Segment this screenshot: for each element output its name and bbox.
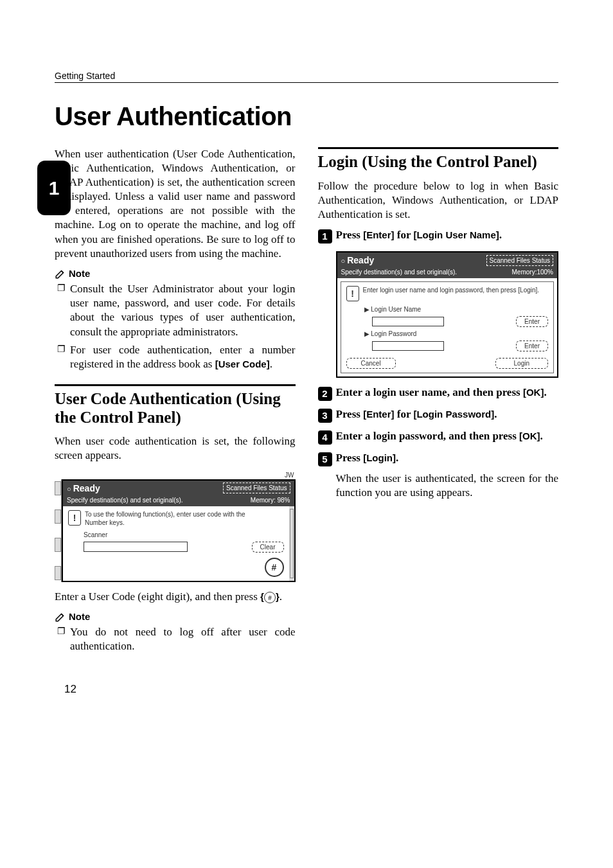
step-5-description: When the user is authenticated, the scre… [336,472,559,500]
note-label: Note [69,267,90,280]
tractor-feed-left [55,479,62,582]
note-heading: Note [55,267,296,280]
login-password-input[interactable] [372,341,444,351]
step-5: 5 Press [Login]. [318,451,559,466]
note-item: You do not need to log off after user co… [57,625,296,653]
pencil-icon [55,268,66,279]
info-icon: ! [68,510,81,526]
section-body: Follow the procedure below to log in whe… [318,179,559,222]
note-heading: Note [55,610,296,623]
enter-code-text: Enter a User Code (eight digit), and the… [55,590,296,604]
screen-header: ○ Ready Scanned Files Status [63,481,294,496]
step-number: 3 [318,409,332,423]
note-item: For user code authentication, enter a nu… [57,343,296,371]
clear-button[interactable]: Clear [252,542,284,553]
ready-text: Ready [73,483,100,493]
screen-header: ○ Ready Scanned Files Status [337,252,558,268]
scrollbar[interactable] [289,506,294,581]
ready-text: Ready [347,255,374,265]
scanned-files-status: Scanned Files Status [486,255,554,266]
step-number: 5 [318,452,332,466]
scanned-files-status: Scanned Files Status [223,483,290,493]
section-rule [55,384,296,386]
chapter-number: 1 [49,177,60,199]
enter-button[interactable]: Enter [516,341,548,351]
jw-label: JW [55,471,296,479]
chapter-title: User Authentication [55,102,558,131]
step-2: 2 Enter a login user name, and then pres… [318,385,559,401]
note-list: Consult the User Administrator about you… [57,282,296,371]
intro-paragraph: When user authentication (User Code Auth… [55,147,296,261]
info-icon: ! [346,286,359,301]
login-password-label: Login Password [371,330,416,337]
step-number: 2 [318,387,332,401]
section-body: When user code authentication is set, th… [55,434,296,463]
section-title: User Code Authentication (Using the Cont… [55,390,296,427]
left-column: When user authentication (User Code Auth… [55,147,296,657]
note-item: Consult the User Administrator about you… [57,282,296,339]
screen-subheader: Specify destination(s) and set original(… [63,496,294,506]
screenshot-login: ○ Ready Scanned Files Status Specify des… [336,251,559,378]
hash-key-button[interactable]: # [265,558,284,577]
enter-button[interactable]: Enter [516,316,548,327]
user-code-input[interactable] [84,542,188,552]
screen-subheader: Specify destination(s) and set original(… [337,268,558,278]
note-label: Note [69,610,90,623]
step-3: 3 Press [Enter] for [Login Password]. [318,407,559,423]
scanner-label: Scanner [84,531,284,539]
pencil-icon [55,611,66,623]
right-column: Login (Using the Control Panel) Follow t… [318,147,559,657]
page-number: 12 [64,683,558,696]
step-4: 4 Enter a login password, and then press… [318,429,559,445]
note-list: You do not need to log off after user co… [57,625,296,653]
screenshot-user-code: JW ○ Ready Scanned Files Status Specify … [55,471,296,582]
login-user-name-label: Login User Name [371,306,421,313]
login-button[interactable]: Login [495,358,548,369]
section-rule [318,147,559,149]
section-title: Login (Using the Control Panel) [318,153,559,172]
step-number: 4 [318,430,332,445]
hash-key-icon: # [264,592,276,603]
step-1: 1 Press [Enter] for [Login User Name]. [318,228,559,244]
step-number: 1 [318,229,332,244]
running-head: Getting Started [55,71,558,83]
login-user-name-input[interactable] [372,317,444,326]
chapter-tab: 1 [37,161,71,215]
cancel-button[interactable]: Cancel [346,358,396,369]
